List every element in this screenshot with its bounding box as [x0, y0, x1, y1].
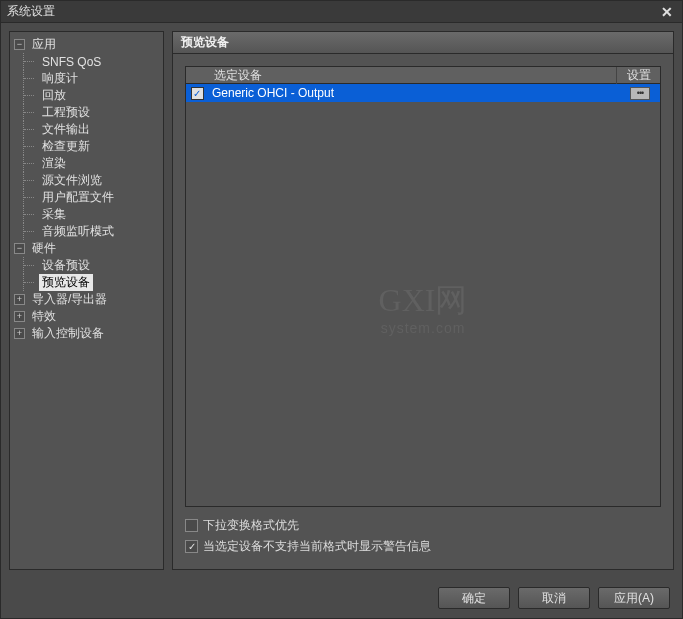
tree-leaf-loudness[interactable]: 响度计: [12, 70, 161, 87]
tree-node-importer[interactable]: + 导入器/导出器: [12, 291, 161, 308]
device-list: ✓ Generic OHCI - Output ••• GXI网 system.…: [185, 84, 661, 507]
panel-body: 选定设备 设置 ✓ Generic OHCI - Output ••• GXI网…: [172, 54, 674, 570]
tree-node-effects[interactable]: + 特效: [12, 308, 161, 325]
device-settings-button[interactable]: •••: [630, 87, 650, 100]
ok-button[interactable]: 确定: [438, 587, 510, 609]
tree-leaf-snfs[interactable]: SNFS QoS: [12, 53, 161, 70]
tree-leaf-preview-device[interactable]: 预览设备: [12, 274, 161, 291]
tree-node-app[interactable]: − 应用: [12, 36, 161, 53]
expander-icon[interactable]: −: [14, 243, 25, 254]
col-header-device: 选定设备: [186, 67, 616, 84]
tree-leaf-source-browse[interactable]: 源文件浏览: [12, 172, 161, 189]
checkbox-unchecked[interactable]: [185, 519, 198, 532]
tree-leaf-playback[interactable]: 回放: [12, 87, 161, 104]
option-label: 下拉变换格式优先: [203, 517, 299, 534]
content-area: − 应用 SNFS QoS 响度计 回放 工程预设 文件输出 检查更新 渲染 源…: [1, 23, 682, 578]
titlebar: 系统设置 ✕: [1, 1, 682, 23]
tree-leaf-user-profile[interactable]: 用户配置文件: [12, 189, 161, 206]
tree-leaf-check-update[interactable]: 检查更新: [12, 138, 161, 155]
option-warning[interactable]: ✓ 当选定设备不支持当前格式时显示警告信息: [185, 536, 661, 557]
tree-leaf-device-preset[interactable]: 设备预设: [12, 257, 161, 274]
device-list-header: 选定设备 设置: [185, 66, 661, 84]
tree-leaf-file-output[interactable]: 文件输出: [12, 121, 161, 138]
tree-leaf-capture[interactable]: 采集: [12, 206, 161, 223]
device-name: Generic OHCI - Output: [208, 86, 620, 100]
sidebar-tree: − 应用 SNFS QoS 响度计 回放 工程预设 文件输出 检查更新 渲染 源…: [9, 31, 164, 570]
device-row[interactable]: ✓ Generic OHCI - Output •••: [186, 84, 660, 102]
apply-button[interactable]: 应用(A): [598, 587, 670, 609]
tree-leaf-project-preset[interactable]: 工程预设: [12, 104, 161, 121]
options-area: 下拉变换格式优先 ✓ 当选定设备不支持当前格式时显示警告信息: [185, 507, 661, 557]
option-pulldown[interactable]: 下拉变换格式优先: [185, 515, 661, 536]
panel-title: 预览设备: [172, 31, 674, 54]
dialog-footer: 确定 取消 应用(A): [1, 578, 682, 618]
tree-leaf-audio-monitor[interactable]: 音频监听模式: [12, 223, 161, 240]
tree-leaf-render[interactable]: 渲染: [12, 155, 161, 172]
option-label: 当选定设备不支持当前格式时显示警告信息: [203, 538, 431, 555]
expander-icon[interactable]: +: [14, 311, 25, 322]
col-header-settings: 设置: [616, 67, 660, 84]
main-panel: 预览设备 选定设备 设置 ✓ Generic OHCI - Output •••…: [172, 31, 674, 570]
checkbox-checked[interactable]: ✓: [185, 540, 198, 553]
tree-node-hardware[interactable]: − 硬件: [12, 240, 161, 257]
expander-icon[interactable]: +: [14, 294, 25, 305]
window-title: 系统设置: [7, 3, 55, 20]
expander-icon[interactable]: −: [14, 39, 25, 50]
cancel-button[interactable]: 取消: [518, 587, 590, 609]
expander-icon[interactable]: +: [14, 328, 25, 339]
tree-node-input[interactable]: + 输入控制设备: [12, 325, 161, 342]
watermark: GXI网 system.com: [379, 289, 468, 334]
close-icon[interactable]: ✕: [658, 3, 676, 21]
device-checkbox[interactable]: ✓: [191, 87, 204, 100]
